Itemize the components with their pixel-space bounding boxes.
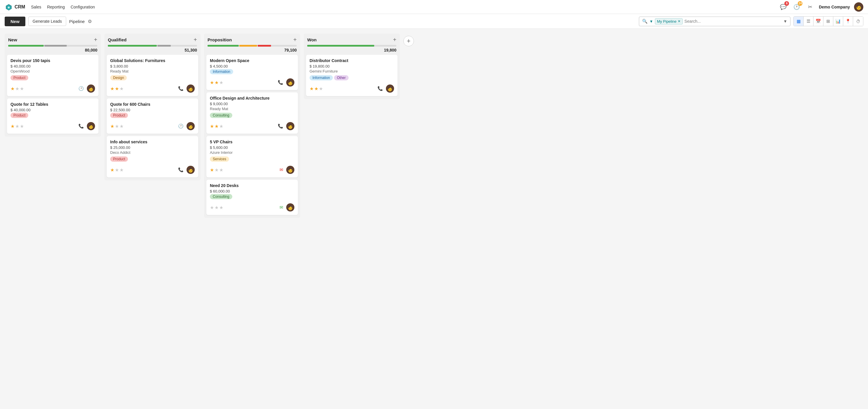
phone-icon[interactable]: 📞: [178, 167, 184, 172]
list-view-button[interactable]: ☰: [804, 17, 813, 26]
pivot-view-button[interactable]: ⊞: [824, 17, 833, 26]
star-rating[interactable]: ★★★: [110, 124, 124, 129]
card-assignee-avatar[interactable]: 🧑: [286, 78, 294, 87]
star-rating[interactable]: ★★★: [10, 124, 24, 129]
star-empty[interactable]: ★: [215, 205, 219, 210]
star-filled[interactable]: ★: [210, 124, 214, 129]
star-rating[interactable]: ★★★: [110, 86, 124, 92]
card-assignee-avatar[interactable]: 🧑: [87, 122, 95, 130]
kanban-card[interactable]: Office Design and Architecture $ 9,000.0…: [206, 92, 298, 134]
my-pipeline-filter[interactable]: My Pipeline ✕: [655, 18, 683, 25]
kanban-card[interactable]: Quote for 12 Tables $ 40,000.00 Product …: [7, 98, 98, 134]
remove-filter-icon[interactable]: ✕: [678, 19, 681, 23]
card-tag[interactable]: Information: [310, 75, 333, 81]
card-tag[interactable]: Design: [110, 75, 127, 81]
star-empty[interactable]: ★: [219, 80, 223, 85]
card-assignee-avatar[interactable]: 🧑: [187, 166, 195, 174]
star-rating[interactable]: ★★★: [210, 167, 223, 173]
star-empty[interactable]: ★: [215, 167, 219, 173]
card-assignee-avatar[interactable]: 🧑: [187, 85, 195, 93]
kanban-card[interactable]: Devis pour 150 tapis $ 40,000.00 OpenWoo…: [7, 55, 98, 96]
column-add-button[interactable]: +: [293, 36, 297, 43]
star-filled[interactable]: ★: [314, 86, 318, 92]
star-filled[interactable]: ★: [210, 167, 214, 173]
nav-configuration[interactable]: Configuration: [70, 3, 95, 10]
star-filled[interactable]: ★: [210, 80, 214, 85]
star-filled[interactable]: ★: [10, 124, 14, 129]
star-empty[interactable]: ★: [219, 205, 223, 210]
column-add-button[interactable]: +: [393, 36, 396, 43]
phone-icon[interactable]: 📞: [377, 86, 383, 91]
card-assignee-avatar[interactable]: 🧑: [286, 122, 294, 130]
column-add-button[interactable]: +: [193, 36, 197, 43]
star-empty[interactable]: ★: [219, 124, 223, 129]
kanban-card[interactable]: Global Solutions: Furnitures $ 3,800.00 …: [107, 55, 198, 96]
clock-icon[interactable]: 🕐: [178, 124, 184, 129]
add-column-button[interactable]: +: [403, 36, 414, 46]
nav-sales[interactable]: Sales: [31, 3, 41, 10]
new-button[interactable]: New: [5, 17, 25, 26]
column-add-button[interactable]: +: [94, 36, 97, 43]
star-empty[interactable]: ★: [120, 167, 124, 173]
star-filled[interactable]: ★: [110, 167, 114, 173]
card-assignee-avatar[interactable]: 🧑: [386, 85, 394, 93]
kanban-card[interactable]: Distributor Contract $ 19,800.00 Gemini …: [306, 55, 398, 96]
card-assignee-avatar[interactable]: 🧑: [286, 203, 294, 212]
email-icon[interactable]: ✉: [280, 167, 283, 172]
star-empty[interactable]: ★: [20, 124, 24, 129]
phone-icon[interactable]: 📞: [278, 80, 283, 85]
star-filled[interactable]: ★: [110, 124, 114, 129]
card-tag[interactable]: Other: [334, 75, 349, 81]
search-dropdown-icon[interactable]: ▼: [783, 19, 787, 24]
star-rating[interactable]: ★★★: [210, 205, 223, 210]
pipeline-settings-icon[interactable]: ⚙: [88, 19, 92, 24]
star-empty[interactable]: ★: [15, 86, 19, 92]
star-rating[interactable]: ★★★: [310, 86, 323, 92]
star-rating[interactable]: ★★★: [10, 86, 24, 92]
generate-leads-button[interactable]: Generate Leads: [28, 17, 66, 26]
star-empty[interactable]: ★: [210, 205, 214, 210]
card-assignee-avatar[interactable]: 🧑: [286, 166, 294, 174]
star-empty[interactable]: ★: [115, 167, 119, 173]
card-assignee-avatar[interactable]: 🧑: [87, 85, 95, 93]
star-filled[interactable]: ★: [215, 124, 219, 129]
wrench-button[interactable]: ✂: [805, 2, 815, 12]
star-empty[interactable]: ★: [120, 86, 124, 92]
star-rating[interactable]: ★★★: [110, 167, 124, 173]
star-filled[interactable]: ★: [10, 86, 14, 92]
phone-icon[interactable]: 📞: [278, 124, 283, 129]
activity-view-button[interactable]: ⏱: [853, 17, 863, 26]
kanban-card[interactable]: Modern Open Space $ 4,500.00 Information…: [206, 55, 298, 90]
card-tag[interactable]: Consulting: [210, 194, 232, 199]
card-assignee-avatar[interactable]: 🧑: [187, 122, 195, 130]
star-empty[interactable]: ★: [15, 124, 19, 129]
search-input[interactable]: [684, 19, 781, 24]
star-filled[interactable]: ★: [110, 86, 114, 92]
card-tag[interactable]: Information: [210, 69, 233, 74]
email-icon[interactable]: ✉: [280, 205, 283, 210]
star-empty[interactable]: ★: [219, 167, 223, 173]
nav-reporting[interactable]: Reporting: [47, 3, 65, 10]
star-empty[interactable]: ★: [115, 124, 119, 129]
phone-icon[interactable]: 📞: [79, 124, 84, 129]
kanban-view-button[interactable]: ▦: [794, 17, 804, 26]
star-rating[interactable]: ★★★: [210, 124, 223, 129]
card-tag[interactable]: Product: [110, 113, 128, 118]
notifications-button[interactable]: 💬 6: [778, 2, 788, 12]
card-tag[interactable]: Consulting: [210, 113, 232, 118]
app-logo[interactable]: CRM: [5, 3, 25, 11]
star-empty[interactable]: ★: [20, 86, 24, 92]
star-rating[interactable]: ★★★: [210, 80, 223, 85]
alerts-button[interactable]: 🕐 24: [792, 2, 801, 12]
card-tag[interactable]: Product: [10, 113, 28, 118]
star-empty[interactable]: ★: [120, 124, 124, 129]
card-tag[interactable]: Product: [110, 156, 128, 162]
kanban-card[interactable]: Need 20 Desks $ 60,000.00 Consulting ★★★…: [206, 180, 298, 215]
phone-icon[interactable]: 📞: [178, 86, 184, 91]
card-tag[interactable]: Services: [210, 156, 229, 162]
star-filled[interactable]: ★: [215, 80, 219, 85]
kanban-card[interactable]: 5 VP Chairs $ 5,600.00 Azure Interior Se…: [206, 136, 298, 178]
clock-icon[interactable]: 🕐: [79, 86, 84, 91]
star-empty[interactable]: ★: [319, 86, 323, 92]
kanban-card[interactable]: Quote for 600 Chairs $ 22,500.00 Product…: [107, 98, 198, 134]
